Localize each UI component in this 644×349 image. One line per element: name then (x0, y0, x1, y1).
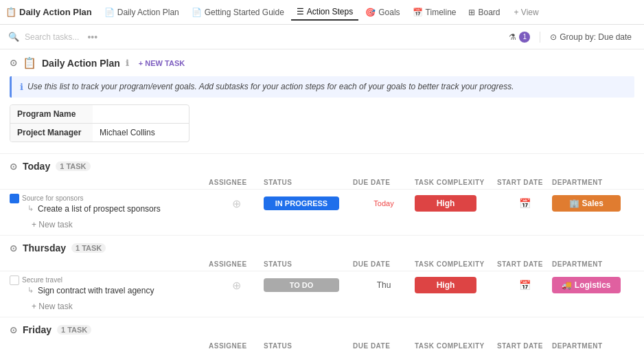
today-table-header: ASSIGNEE STATUS DUE DATE TASK COMPLEXITY… (0, 176, 644, 190)
tab-goals-icon: 🎯 (365, 8, 376, 17)
friday-title: Friday (23, 324, 51, 335)
dept-icon: 🏢 (569, 199, 582, 208)
assignee-icon2: ⊕ (232, 279, 241, 292)
field-value-program[interactable] (93, 105, 189, 123)
info-box-text: Use this list to track your program/even… (27, 82, 514, 91)
search-input[interactable]: Search tasks... (25, 32, 79, 42)
thursday-task-count: 1 TASK (71, 243, 106, 253)
group-by-button[interactable]: ⊙ Group by: Due date (546, 30, 636, 44)
th-name2 (10, 260, 209, 268)
info-box: ℹ Use this list to track your program/ev… (10, 76, 634, 98)
logo-icon: 📋 (5, 7, 16, 17)
thursday-title: Thursday (23, 243, 66, 254)
tab-board[interactable]: ⊞ Board (463, 5, 505, 20)
task-checkbox[interactable] (10, 194, 19, 203)
department-cell2: 🚚 Logistics (552, 277, 634, 293)
subtask-icon: ↳ (27, 204, 34, 213)
thursday-new-task[interactable]: + New task (0, 299, 644, 317)
th-assignee3: ASSIGNEE (209, 342, 264, 349)
toolbar-divider (540, 32, 540, 43)
tab-goals[interactable]: 🎯 Goals (360, 5, 405, 20)
assignee-icon: ⊕ (232, 197, 241, 210)
project-header: ⊙ 📋 Daily Action Plan ℹ + NEW TASK (0, 49, 644, 74)
today-title: Today (23, 161, 50, 172)
th-complexity2: TASK COMPLEXITY (415, 260, 497, 268)
field-label-program: Program Name (10, 105, 93, 123)
project-title: Daily Action Plan (42, 58, 120, 69)
fields-table: Program Name Project Manager Michael Col… (10, 104, 189, 142)
table-row: Source for sponsors ↳ Create a list of p… (0, 190, 644, 217)
toolbar-right: ⚗ 1 ⊙ Group by: Due date (505, 30, 636, 45)
calendar-icon2[interactable]: 📅 (519, 280, 531, 291)
th-department3: DEPARTMENT (552, 342, 634, 349)
tab-getting-started[interactable]: 📄 Getting Started Guide (186, 5, 290, 20)
th-due-date3: DUE DATE (353, 342, 415, 349)
friday-table-header: ASSIGNEE STATUS DUE DATE TASK COMPLEXITY… (0, 339, 644, 349)
add-view-button[interactable]: + View (510, 5, 543, 20)
assignee-cell[interactable]: ⊕ (209, 197, 264, 210)
th-department2: DEPARTMENT (552, 260, 634, 268)
logo-text: Daily Action Plan (19, 7, 92, 17)
th-department: DEPARTMENT (552, 179, 634, 186)
status-cell2[interactable]: TO DO (264, 278, 353, 292)
th-start-date: START DATE (497, 179, 552, 186)
field-label-manager: Project Manager (10, 124, 93, 142)
subtask-icon2: ↳ (27, 286, 34, 295)
tab-timeline[interactable]: 📅 Timeline (407, 5, 462, 20)
thursday-collapse-btn[interactable]: ⊙ (10, 243, 17, 254)
section-thursday: ⊙ Thursday 1 TASK (0, 235, 644, 258)
project-collapse-button[interactable]: ⊙ (10, 58, 17, 68)
more-options-button[interactable]: ••• (87, 32, 97, 43)
start-date-cell2[interactable]: 📅 (497, 280, 552, 291)
today-collapse-btn[interactable]: ⊙ (10, 161, 17, 172)
toolbar: 🔍 Search tasks... ••• ⚗ 1 ⊙ Group by: Du… (0, 25, 644, 49)
tab-timeline-icon: 📅 (413, 8, 423, 17)
today-task-count: 1 TASK (56, 161, 90, 171)
task-name[interactable]: Sign contract with travel agency (38, 286, 154, 295)
new-task-button[interactable]: + NEW TASK (135, 58, 189, 69)
task-parent: Source for sponsors (10, 194, 209, 203)
due-date-cell2[interactable]: Thu (353, 280, 415, 290)
info-icon: ℹ (126, 58, 129, 68)
task-checkbox[interactable] (10, 275, 19, 285)
th-due-date2: DUE DATE (353, 260, 415, 268)
field-value-manager[interactable]: Michael Collins (93, 124, 189, 142)
complexity-cell2: High (415, 277, 497, 293)
nav-logo: 📋 Daily Action Plan (5, 7, 92, 17)
tab-action-steps[interactable]: ☰ Action Steps (291, 4, 358, 21)
th-due-date: DUE DATE (353, 179, 415, 186)
section-today: ⊙ Today 1 TASK (0, 153, 644, 176)
th-assignee2: ASSIGNEE (209, 260, 264, 268)
friday-task-count: 1 TASK (57, 325, 91, 335)
th-name (10, 179, 209, 186)
info-box-icon: ℹ (20, 82, 23, 92)
complexity-badge2: High (415, 277, 476, 293)
task-main: ↳ Create a list of prospect sponsors (10, 204, 209, 214)
th-status3: STATUS (264, 342, 353, 349)
task-main: ↳ Sign contract with travel agency (10, 286, 209, 295)
status-badge[interactable]: IN PROGRESS (264, 196, 339, 210)
due-date-cell[interactable]: Today (353, 199, 415, 207)
dept-badge2: 🚚 Logistics (552, 277, 621, 293)
today-new-task[interactable]: + New task (0, 217, 644, 235)
th-complexity: TASK COMPLEXITY (415, 179, 497, 186)
assignee-cell2[interactable]: ⊕ (209, 279, 264, 292)
th-assignee: ASSIGNEE (209, 179, 264, 186)
task-name-col: Source for sponsors ↳ Create a list of p… (10, 194, 209, 214)
th-status2: STATUS (264, 260, 353, 268)
task-name[interactable]: Create a list of prospect sponsors (38, 204, 161, 214)
filter-button[interactable]: ⚗ 1 (505, 30, 534, 45)
group-icon: ⊙ (550, 32, 557, 42)
dept-icon2: 🚚 (562, 280, 574, 290)
friday-collapse-btn[interactable]: ⊙ (10, 325, 17, 335)
section-friday: ⊙ Friday 1 TASK (0, 317, 644, 339)
complexity-cell: High (415, 195, 497, 212)
complexity-badge: High (415, 195, 476, 212)
fields-row-program: Program Name (10, 105, 189, 124)
status-cell[interactable]: IN PROGRESS (264, 196, 353, 210)
start-date-cell[interactable]: 📅 (497, 198, 552, 209)
th-complexity3: TASK COMPLEXITY (415, 342, 497, 349)
status-badge[interactable]: TO DO (264, 278, 339, 292)
tab-daily-action-plan[interactable]: 📄 Daily Action Plan (99, 5, 185, 20)
calendar-icon[interactable]: 📅 (519, 198, 531, 209)
